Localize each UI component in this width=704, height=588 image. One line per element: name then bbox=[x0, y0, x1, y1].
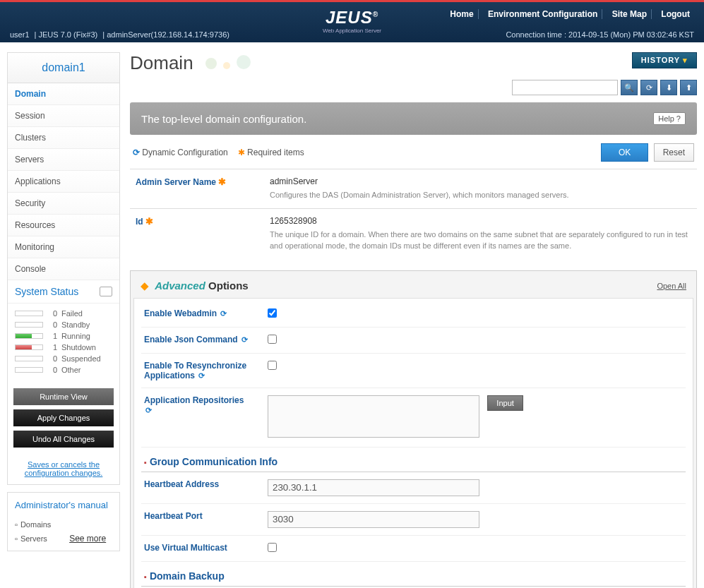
page-title: Domain bbox=[130, 52, 193, 74]
undo-all-button[interactable]: Undo All Changes bbox=[13, 431, 114, 448]
status-other: 0Other bbox=[15, 366, 112, 374]
advanced-panel: ◆ Advanced Options Open All Enable Webad… bbox=[130, 270, 697, 589]
config-table: Admin Server Name ✱ adminServer Configur… bbox=[130, 169, 697, 259]
system-status-header: System Status bbox=[8, 280, 119, 304]
description-bar: The top-level domain configuration. Help… bbox=[130, 102, 697, 135]
heartbeat-addr-label: Heartbeat Address bbox=[144, 479, 268, 489]
dynamic-config-legend: ⟳ Dynamic Configuration bbox=[133, 148, 228, 157]
user-name: user1 bbox=[10, 30, 30, 39]
admin-server-name-desc: Configures the DAS (Domain Administratio… bbox=[270, 189, 691, 201]
app-repos-label: Application Repositories⟳ bbox=[144, 395, 268, 415]
enable-webadmin-label: Enable Webadmin ⟳ bbox=[144, 308, 268, 318]
system-status-title: System Status bbox=[15, 286, 78, 297]
save-note-link[interactable]: Saves or cancels the configuration chang… bbox=[25, 460, 103, 477]
decorative-bubbles bbox=[203, 55, 253, 71]
id-desc: The unique ID for a domain. When there a… bbox=[270, 229, 691, 252]
enable-resync-label: Enable To Resynchronize Applications ⟳ bbox=[144, 361, 268, 380]
nav-applications[interactable]: Applications bbox=[8, 171, 119, 193]
nav-home[interactable]: Home bbox=[446, 9, 478, 19]
sync-icon: ⟳ bbox=[198, 371, 205, 380]
manual-servers[interactable]: Servers bbox=[8, 532, 54, 546]
search-icon[interactable]: 🔍 bbox=[621, 80, 638, 95]
runtime-view-button[interactable]: Runtime View bbox=[13, 388, 114, 405]
nav-servers[interactable]: Servers bbox=[8, 149, 119, 171]
description-text: The top-level domain configuration. bbox=[141, 113, 306, 125]
group-comm-section: Group Communication Info bbox=[141, 448, 686, 472]
xml-download-icon[interactable]: ⬇ bbox=[660, 80, 677, 95]
enable-json-label: Enable Json Command ⟳ bbox=[144, 335, 268, 344]
nav-resources[interactable]: Resources bbox=[8, 215, 119, 236]
help-button[interactable]: Help ? bbox=[653, 112, 686, 125]
history-button[interactable]: HISTORY bbox=[632, 52, 697, 68]
status-failed: 0Failed bbox=[15, 309, 112, 318]
domain-backup-section: Domain Backup bbox=[141, 562, 686, 587]
top-bar: JEUS® Web Application Server Home Enviro… bbox=[0, 0, 704, 42]
content-area: Domain HISTORY 🔍 ⟳ ⬇ ⬆ The top-level dom… bbox=[130, 52, 697, 588]
required-items-legend: ✱ Required items bbox=[238, 148, 304, 157]
enable-resync-checkbox[interactable] bbox=[268, 361, 277, 370]
nav-console[interactable]: Console bbox=[8, 258, 119, 280]
enable-webadmin-checkbox[interactable] bbox=[268, 308, 277, 318]
app-repos-input-button[interactable]: Input bbox=[487, 395, 523, 411]
nav-clusters[interactable]: Clusters bbox=[8, 127, 119, 149]
status-list: 0Failed 0Standby 1Running 1Shutdown 0Sus… bbox=[8, 304, 119, 383]
open-all-link[interactable]: Open All bbox=[657, 282, 686, 290]
nav-session[interactable]: Session bbox=[8, 105, 119, 127]
status-suspended: 0Suspended bbox=[15, 354, 112, 363]
warning-icon: ◆ bbox=[141, 280, 149, 292]
logo: JEUS® Web Application Server bbox=[323, 8, 381, 34]
apply-changes-button[interactable]: Apply Changes bbox=[13, 409, 114, 426]
brand-text: JEUS bbox=[326, 8, 373, 27]
manual-domains[interactable]: Domains bbox=[8, 517, 119, 532]
refresh-icon[interactable]: ⟳ bbox=[640, 80, 657, 95]
admin-server-name-label: Admin Server Name ✱ bbox=[130, 169, 264, 209]
nav-logout[interactable]: Logout bbox=[657, 9, 694, 19]
connection-time: Connection time : 2014-09-15 (Mon) PM 03… bbox=[506, 30, 694, 39]
sync-icon: ⟳ bbox=[220, 309, 227, 318]
status-running: 1Running bbox=[15, 332, 112, 340]
sync-icon: ⟳ bbox=[241, 335, 248, 344]
status-standby: 0Standby bbox=[15, 320, 112, 329]
use-virtual-multicast-checkbox[interactable] bbox=[268, 543, 277, 552]
admin-server-name-value: adminServer bbox=[270, 176, 691, 186]
enable-json-checkbox[interactable] bbox=[268, 335, 277, 344]
monitor-icon[interactable] bbox=[100, 287, 112, 296]
nav-domain[interactable]: Domain bbox=[8, 83, 119, 105]
domain-nav-panel: domain1 Domain Session Clusters Servers … bbox=[7, 52, 120, 485]
nav-security[interactable]: Security bbox=[8, 193, 119, 215]
xml-upload-icon[interactable]: ⬆ bbox=[680, 80, 697, 95]
manual-panel: Administrator's manual Domains Servers S… bbox=[7, 492, 120, 551]
heartbeat-addr-input[interactable] bbox=[268, 479, 479, 496]
see-more-link[interactable]: See more bbox=[69, 534, 106, 551]
id-label: Id ✱ bbox=[130, 208, 264, 259]
id-value: 1265328908 bbox=[270, 216, 691, 226]
heartbeat-port-input[interactable] bbox=[268, 511, 479, 528]
user-info-line: user1 | JEUS 7.0 (Fix#3) | adminServer(1… bbox=[10, 30, 232, 39]
sync-icon: ⟳ bbox=[145, 406, 152, 414]
search-input[interactable] bbox=[512, 80, 618, 95]
nav-sitemap[interactable]: Site Map bbox=[608, 9, 652, 19]
version-text: JEUS 7.0 (Fix#3) bbox=[39, 30, 98, 39]
manual-title: Administrator's manual bbox=[8, 493, 119, 517]
use-virtual-multicast-label: Use Virtual Multicast bbox=[144, 543, 268, 553]
domain-name-title[interactable]: domain1 bbox=[8, 53, 119, 83]
heartbeat-port-label: Heartbeat Port bbox=[144, 511, 268, 521]
nav-env-config[interactable]: Environment Configuration bbox=[484, 9, 602, 19]
nav-monitoring[interactable]: Monitoring bbox=[8, 236, 119, 258]
advanced-options-title: ◆ Advanced Options bbox=[141, 280, 249, 292]
sidebar: domain1 Domain Session Clusters Servers … bbox=[7, 52, 120, 588]
app-repos-textarea[interactable] bbox=[268, 395, 479, 438]
server-text: adminServer(192.168.14.174:9736) bbox=[107, 30, 229, 39]
top-nav: Home Environment Configuration Site Map … bbox=[444, 9, 696, 19]
reset-button[interactable]: Reset bbox=[654, 143, 694, 162]
status-shutdown: 1Shutdown bbox=[15, 343, 112, 352]
ok-button[interactable]: OK bbox=[601, 143, 648, 162]
brand-subtitle: Web Application Server bbox=[323, 28, 381, 34]
